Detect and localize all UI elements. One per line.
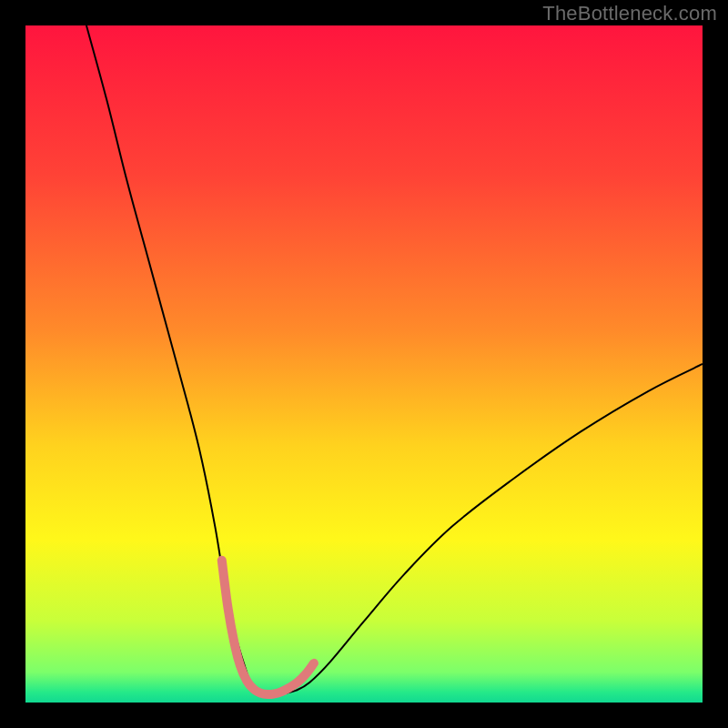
- svg-rect-0: [25, 25, 703, 703]
- plot-area: [25, 25, 703, 703]
- gradient-background: [25, 25, 703, 703]
- watermark-text: TheBottleneck.com: [542, 2, 717, 25]
- chart-frame: TheBottleneck.com: [0, 0, 728, 728]
